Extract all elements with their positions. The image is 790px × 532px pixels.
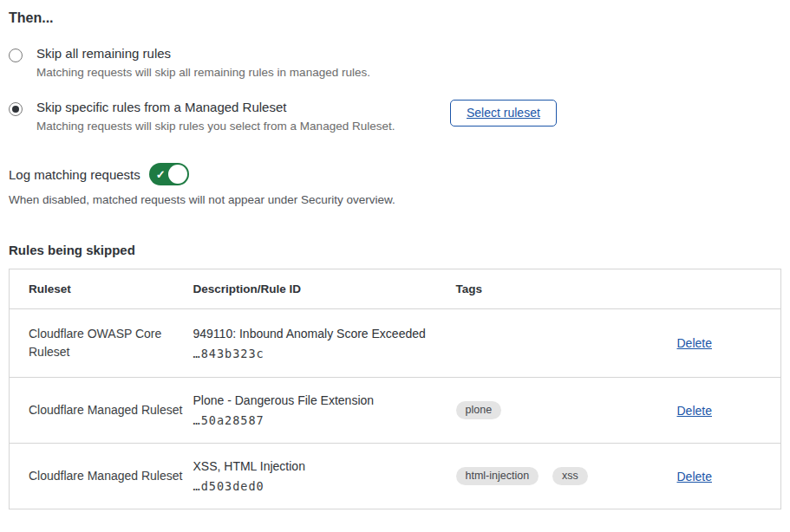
ruleset-name: Cloudflare OWASP Core Ruleset — [29, 325, 185, 361]
log-toggle-switch[interactable]: ✓ — [149, 163, 189, 185]
tags-cell: html-injection xss — [456, 444, 677, 509]
radio-unselected-icon[interactable] — [9, 49, 23, 62]
column-header-ruleset: Ruleset — [10, 269, 193, 309]
then-heading: Then... — [9, 10, 781, 26]
column-header-actions — [677, 269, 781, 309]
tags-cell: plone — [456, 378, 677, 444]
option-text-block: Skip all remaining rules Matching reques… — [36, 46, 370, 81]
tag-badge: xss — [552, 467, 588, 485]
log-toggle-description: When disabled, matched requests will not… — [9, 193, 781, 206]
log-matching-section: Log matching requests ✓ When disabled, m… — [9, 163, 781, 206]
option-skip-all-rules[interactable]: Skip all remaining rules Matching reques… — [9, 46, 781, 81]
rule-id: …d503ded0 — [193, 479, 447, 493]
column-header-tags: Tags — [456, 269, 677, 309]
radio-selected-icon[interactable] — [9, 102, 23, 116]
option-text-block: Skip specific rules from a Managed Rules… — [36, 100, 395, 134]
skipped-rules-table: Ruleset Description/Rule ID Tags Cloudfl… — [9, 269, 781, 509]
rule-description: 949110: Inbound Anomaly Score Exceeded — [193, 327, 447, 341]
table-row: Cloudflare OWASP Core Ruleset 949110: In… — [10, 309, 781, 378]
table-header-row: Ruleset Description/Rule ID Tags — [10, 269, 781, 309]
select-ruleset-button[interactable]: Select ruleset — [450, 100, 557, 127]
tag-badge: html-injection — [456, 467, 539, 485]
column-header-description: Description/Rule ID — [193, 269, 456, 309]
option-label[interactable]: Skip specific rules from a Managed Rules… — [36, 100, 395, 114]
log-toggle-row: Log matching requests ✓ — [9, 163, 781, 185]
tag-badge: plone — [456, 401, 502, 419]
checkmark-icon: ✓ — [156, 169, 166, 180]
table-row: Cloudflare Managed Ruleset Plone - Dange… — [10, 378, 781, 444]
log-matching-label: Log matching requests — [9, 167, 140, 182]
tags-cell — [456, 309, 677, 378]
ruleset-name: Cloudflare Managed Ruleset — [29, 401, 185, 419]
rule-id: …50a28587 — [193, 413, 447, 427]
table-row: Cloudflare Managed Ruleset XSS, HTML Inj… — [10, 444, 781, 509]
delete-link[interactable]: Delete — [677, 470, 712, 483]
rule-description: Plone - Dangerous File Extension — [193, 393, 447, 407]
option-skip-specific-rules[interactable]: Skip specific rules from a Managed Rules… — [9, 100, 781, 134]
delete-link[interactable]: Delete — [677, 336, 712, 350]
toggle-knob — [168, 165, 187, 184]
option-description: Matching requests will skip rules you se… — [36, 119, 395, 134]
rule-description: XSS, HTML Injection — [193, 459, 447, 473]
delete-link[interactable]: Delete — [677, 404, 712, 418]
action-options-group: Skip all remaining rules Matching reques… — [9, 46, 781, 134]
rules-being-skipped-heading: Rules being skipped — [9, 243, 781, 257]
ruleset-name: Cloudflare Managed Ruleset — [29, 467, 185, 485]
rule-action-panel: Then... Skip all remaining rules Matchin… — [0, 0, 790, 509]
rule-id: …843b323c — [193, 347, 447, 360]
option-description: Matching requests will skip all remainin… — [36, 65, 370, 81]
option-label[interactable]: Skip all remaining rules — [36, 46, 370, 61]
